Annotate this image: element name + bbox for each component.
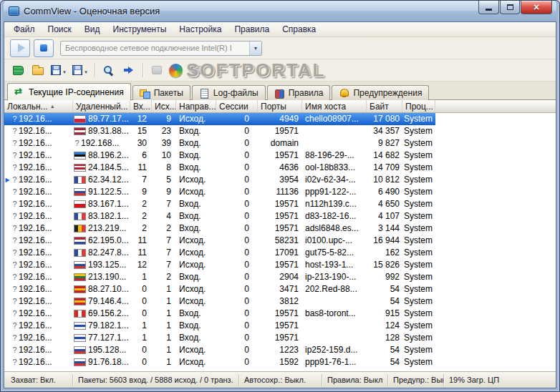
- cell-packets-out: 10: [152, 150, 176, 162]
- column-header-out[interactable]: Исх...: [152, 100, 176, 112]
- tab-log-files[interactable]: Log-файлы: [192, 85, 266, 100]
- cell-local-ip: ?192.16...: [4, 259, 73, 271]
- connection-row[interactable]: ?192.16...91.122.5...99Исход.011136ppp91…: [4, 186, 435, 198]
- tab-label: Текущие IP-соединения: [29, 87, 124, 97]
- cell-bytes: 34 357: [367, 125, 402, 137]
- country-flag-icon: [74, 212, 86, 220]
- column-header-sessions[interactable]: Сессии: [216, 100, 258, 112]
- nodes-button[interactable]: [148, 61, 166, 79]
- goto-button[interactable]: [120, 61, 138, 79]
- connection-row[interactable]: ?192.16...83.167.1...27Вход.019571n112h1…: [4, 198, 435, 210]
- save-button[interactable]: [49, 61, 69, 79]
- connection-row[interactable]: ?192.16...88.196.2...610Вход.01957188-19…: [4, 150, 435, 162]
- cell-process: System: [402, 198, 435, 210]
- cell-packets-out: 1: [152, 356, 176, 368]
- cell-ports: 19571: [258, 210, 302, 222]
- channels-icon: [192, 66, 202, 74]
- column-header-in[interactable]: Вх...: [130, 100, 152, 112]
- menu-item[interactable]: Поиск: [42, 23, 78, 36]
- adapter-select[interactable]: Беспроводное сетевое подключение Intel(R…: [60, 41, 262, 56]
- find-button[interactable]: [100, 61, 118, 79]
- cell-ports: 58231: [258, 235, 302, 247]
- column-header-bytes[interactable]: Байт: [367, 100, 402, 112]
- tab-packets[interactable]: Пакеты: [132, 85, 190, 100]
- menu-item[interactable]: Правила: [228, 23, 276, 36]
- toolbar-separator: [95, 63, 95, 77]
- connection-row[interactable]: ?192.16...83.182.1...24Вход.019571d83-18…: [4, 210, 435, 222]
- cell-process: System: [402, 222, 435, 235]
- cell-ports: 19571: [258, 125, 302, 137]
- tab-current-ip-connections[interactable]: Текущие IP-соединения: [7, 83, 131, 101]
- column-header-hostname[interactable]: Имя хоста: [302, 100, 367, 112]
- connection-row[interactable]: ?192.16...195.128...01Исход.01223ip252-1…: [4, 344, 435, 356]
- menu-item[interactable]: Справка: [276, 23, 322, 36]
- connection-row[interactable]: ?192.16...24.184.5...118Вход.04636ool-18…: [4, 162, 435, 174]
- connection-row[interactable]: ▶?192.16...62.34.12...75Исход.03954i02v-…: [4, 174, 435, 186]
- adapter-dropdown-button[interactable]: [249, 41, 261, 55]
- current-row-marker: ▶: [4, 174, 11, 186]
- connection-row[interactable]: ?192.16...62.195.0...117Исход.058231i010…: [4, 235, 435, 247]
- cell-sessions: 0: [216, 308, 258, 320]
- cell-process: System: [402, 344, 435, 356]
- connection-row[interactable]: ?192.16...213.190...12Вход.02904ip-213-1…: [4, 271, 435, 283]
- cell-remote-ip: 79.146.4...: [73, 295, 130, 308]
- open-file-button[interactable]: [29, 61, 47, 79]
- export-button[interactable]: [70, 61, 90, 79]
- unknown-host-icon: ?: [11, 332, 19, 344]
- connection-row[interactable]: ?192.16...89.77.17...129Исход.04949chell…: [4, 113, 435, 125]
- connection-row[interactable]: ?192.16...88.27.10...01Исход.03471202.Re…: [4, 283, 435, 295]
- connection-row[interactable]: ?192.16...77.127.1...11Вход.019571128Sys…: [4, 332, 435, 344]
- column-header-process[interactable]: Проц...: [402, 100, 435, 112]
- cell-packets-out: 9: [152, 113, 176, 125]
- table-body[interactable]: ?192.16...89.77.17...129Исход.04949chell…: [4, 113, 556, 371]
- connection-row[interactable]: ?192.16...69.156.2...01Вход.019571bas8-t…: [4, 308, 435, 320]
- menu-item[interactable]: Инструменты: [107, 23, 173, 36]
- cell-remote-ip: 77.127.1...: [73, 332, 130, 344]
- cell-sessions: 0: [216, 295, 258, 308]
- watermark-text: SOFTPORTAL: [186, 59, 325, 82]
- status-rules: Правила: Выкл: [322, 374, 388, 386]
- cell-packets-in: 15: [130, 125, 152, 137]
- connection-row[interactable]: ?192.16...91.76.18...01Исход.01592ppp91-…: [4, 356, 435, 368]
- cell-local-ip: ?192.16...: [4, 162, 73, 174]
- cell-remote-ip: 79.182.1...: [73, 320, 130, 332]
- cell-direction: Вход.: [176, 222, 216, 235]
- tab-alerts[interactable]: Предупреждения: [332, 85, 429, 100]
- channels-button[interactable]: [188, 61, 206, 79]
- maximize-button[interactable]: [500, 1, 520, 14]
- open-logs-button[interactable]: [9, 61, 27, 79]
- cell-remote-ip: 89.77.17...: [73, 113, 130, 125]
- connection-row[interactable]: ?192.16...?192.168...3039Вход.0domain9 8…: [4, 137, 435, 150]
- tab-label: Правила: [289, 88, 324, 98]
- cell-packets-out: 1: [152, 344, 176, 356]
- stop-capture-button[interactable]: [34, 39, 54, 57]
- minimize-button[interactable]: [478, 1, 499, 14]
- cell-packets-in: 1: [130, 271, 152, 283]
- column-header-local[interactable]: Локальн...▲: [4, 100, 73, 112]
- connection-row[interactable]: ?192.16...213.219...22Вход.019571adsl684…: [4, 222, 435, 235]
- start-capture-button[interactable]: [10, 39, 30, 57]
- connection-row[interactable]: ?192.16...193.125...127Исход.019571host-…: [4, 259, 435, 271]
- connection-row[interactable]: ?192.16...82.247.8...117Исход.017091gut7…: [4, 247, 435, 259]
- menu-item[interactable]: Настройка: [173, 23, 228, 36]
- connection-row[interactable]: ?192.16...79.182.1...11Вход.019571124Sys…: [4, 320, 435, 332]
- cell-packets-out: 4: [152, 210, 176, 222]
- column-header-ports[interactable]: Порты: [258, 100, 302, 112]
- tab-rules[interactable]: Правила: [267, 85, 331, 100]
- cell-ports: 2904: [258, 271, 302, 283]
- menu-item[interactable]: Файл: [7, 23, 42, 36]
- cell-bytes: 124: [367, 320, 402, 332]
- cell-remote-ip: 62.195.0...: [73, 235, 130, 247]
- cell-sessions: 0: [216, 283, 258, 295]
- unknown-host-icon: ?: [11, 283, 19, 295]
- connection-row[interactable]: ?192.16...89.31.88...1523Вход.01957134 3…: [4, 125, 435, 137]
- column-header-direction[interactable]: Направ...: [176, 100, 216, 112]
- titlebar[interactable]: CommView - Оценочная версия: [4, 1, 556, 21]
- stations-button[interactable]: [168, 61, 186, 79]
- cell-hostname: ool-18b833...: [302, 162, 367, 174]
- menu-item[interactable]: Вид: [78, 23, 107, 36]
- connection-row[interactable]: ?192.16...79.146.4...01Исход.0381254Syst…: [4, 295, 435, 308]
- close-button[interactable]: [521, 1, 552, 14]
- column-header-remote[interactable]: Удаленный...: [73, 100, 130, 112]
- cell-remote-ip: 62.34.12...: [73, 174, 130, 186]
